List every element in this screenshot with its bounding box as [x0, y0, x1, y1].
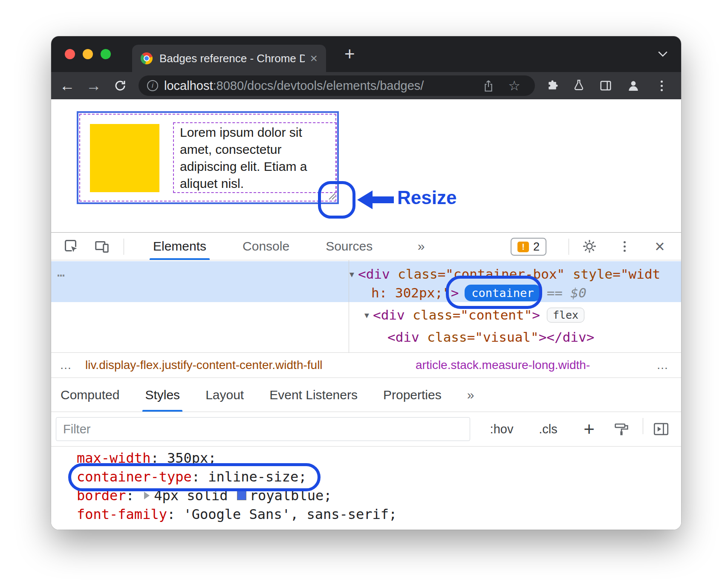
- resize-annotation-circle: [318, 181, 355, 219]
- tab-console[interactable]: Console: [243, 233, 289, 260]
- issues-button[interactable]: ! 2: [511, 238, 546, 256]
- tab-elements[interactable]: Elements: [153, 233, 206, 260]
- styles-filter-input[interactable]: [56, 417, 470, 441]
- tab-computed[interactable]: Computed: [61, 378, 119, 412]
- sidebar-toggle-icon[interactable]: [648, 412, 674, 446]
- css-property[interactable]: font-family: [77, 506, 167, 522]
- issue-warning-icon: !: [517, 242, 529, 252]
- new-tab-button[interactable]: +: [344, 44, 355, 64]
- paint-roller-icon[interactable]: [610, 412, 633, 446]
- url-host: localhost: [164, 79, 213, 92]
- maximize-window-button[interactable]: [101, 49, 111, 59]
- pseudo-state-toggle[interactable]: :hov: [482, 412, 521, 446]
- bookmark-star-icon[interactable]: ☆: [508, 78, 520, 94]
- css-rule-font-family: font-family: 'Google Sans', sans-serif;: [77, 505, 681, 524]
- arrow-tail: [370, 196, 394, 203]
- styles-filter-bar: :hov .cls +: [51, 412, 681, 447]
- breadcrumb-item-article[interactable]: article.stack.measure-long.width-: [416, 353, 590, 378]
- issues-count: 2: [533, 240, 540, 254]
- inspect-element-icon[interactable]: [61, 233, 82, 260]
- device-toolbar-icon[interactable]: [91, 233, 113, 260]
- container-badge-annotation: [446, 276, 542, 309]
- tab-sources[interactable]: Sources: [326, 233, 373, 260]
- lorem-text: Lorem ipsum dolor sit amet, consectetur …: [173, 122, 337, 193]
- visual-yellow-square: [90, 124, 159, 192]
- resize-annotation-label: Resize: [397, 187, 456, 208]
- breadcrumb: … liv.display-flex.justify-content-cente…: [51, 352, 681, 378]
- tab-title: Badges reference - Chrome De: [159, 52, 305, 65]
- settings-gear-icon[interactable]: [580, 233, 599, 260]
- chrome-logo-icon: [141, 52, 153, 64]
- browser-tab[interactable]: Badges reference - Chrome De ×: [132, 45, 326, 72]
- minimize-window-button[interactable]: [83, 49, 93, 59]
- reload-button[interactable]: [111, 72, 130, 99]
- share-icon[interactable]: [483, 80, 494, 94]
- revealed-node-hint: == $0: [547, 285, 586, 300]
- breadcrumb-item-div[interactable]: liv.display-flex.justify-content-center.…: [85, 353, 323, 378]
- flex-badge[interactable]: flex: [547, 308, 584, 323]
- styles-pane-tabs: Computed Styles Layout Event Listeners P…: [51, 378, 681, 412]
- toolbar-divider: [569, 239, 569, 255]
- new-style-rule-button[interactable]: +: [576, 412, 602, 446]
- browser-menu-kebab-icon[interactable]: [651, 72, 672, 99]
- container-box-demo: Lorem ipsum dolor sit amet, consectetur …: [77, 111, 339, 204]
- more-panes-icon[interactable]: »: [467, 378, 474, 412]
- side-panel-icon[interactable]: [595, 72, 616, 99]
- resize-annotation-arrow: [357, 190, 394, 209]
- shorthand-expand-icon[interactable]: [144, 492, 150, 499]
- devtools-tabs: Elements Console Sources: [153, 233, 373, 260]
- profile-avatar-icon[interactable]: [623, 72, 644, 99]
- tab-styles[interactable]: Styles: [145, 378, 180, 412]
- breadcrumb-overflow-left[interactable]: …: [60, 353, 72, 378]
- container-type-annotation: [68, 463, 321, 491]
- filter-bar-divider: [643, 418, 643, 434]
- url-path: :8080/docs/devtools/elements/badges/: [213, 79, 424, 92]
- forward-button[interactable]: →: [84, 72, 104, 99]
- tab-search-chevron-icon[interactable]: [657, 51, 668, 59]
- tab-properties[interactable]: Properties: [383, 378, 442, 412]
- navigation-bar: ← → i localhost:8080/docs/devtools/eleme…: [51, 72, 681, 99]
- devtools-toolbar: Elements Console Sources » ! 2 ×: [51, 232, 681, 260]
- css-value[interactable]: : 'Google Sans', sans-serif;: [167, 506, 397, 522]
- tree-indent-guide: [349, 260, 349, 352]
- disclosure-triangle-icon[interactable]: ▼: [350, 270, 358, 279]
- extensions-puzzle-icon[interactable]: [542, 72, 563, 99]
- element-classes-toggle[interactable]: .cls: [530, 412, 566, 446]
- devtools-close-icon[interactable]: ×: [647, 233, 673, 260]
- site-info-icon[interactable]: i: [147, 80, 158, 91]
- tab-layout[interactable]: Layout: [205, 378, 244, 412]
- page-content: Lorem ipsum dolor sit amet, consectetur …: [51, 99, 681, 232]
- color-swatch[interactable]: [237, 491, 246, 500]
- elements-tree: … ▼<div class="container-box" style="wid…: [51, 260, 681, 352]
- tree-overflow-ellipsis: …: [57, 265, 65, 280]
- tab-close-icon[interactable]: ×: [310, 51, 318, 66]
- breadcrumb-overflow-right[interactable]: …: [656, 353, 668, 378]
- tab-bar: Badges reference - Chrome De × +: [51, 36, 681, 72]
- disclosure-triangle-icon[interactable]: ▼: [364, 311, 373, 320]
- toolbar-divider: [124, 239, 124, 255]
- url-text: localhost:8080/docs/devtools/elements/ba…: [164, 79, 526, 93]
- chrome-labs-flask-icon[interactable]: [568, 72, 589, 99]
- tab-event-listeners[interactable]: Event Listeners: [269, 378, 358, 412]
- browser-window: Badges reference - Chrome De × + ← → i l…: [51, 36, 681, 530]
- back-button[interactable]: ←: [57, 72, 78, 99]
- more-tabs-icon[interactable]: »: [408, 233, 434, 260]
- devtools-menu-kebab-icon[interactable]: [615, 233, 634, 260]
- close-window-button[interactable]: [65, 49, 75, 59]
- address-bar[interactable]: i localhost:8080/docs/devtools/elements/…: [139, 75, 535, 96]
- visual-node-row[interactable]: <div class="visual"></div>: [387, 328, 594, 346]
